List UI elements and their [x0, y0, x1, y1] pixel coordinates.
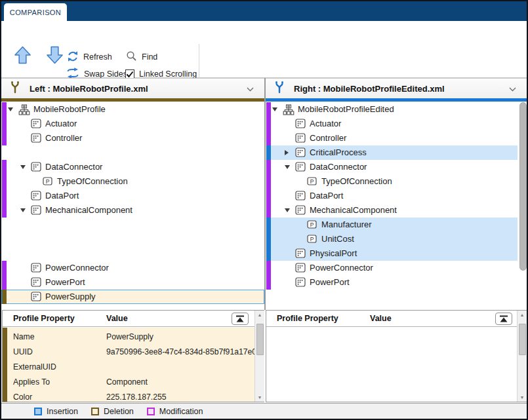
tree-item-mobilerobotprofile[interactable]: MobileRobotProfile	[1, 102, 264, 117]
tree-item-manufacturer[interactable]: PManufacturer	[266, 218, 527, 232]
tree-item-mechanicalcomponent[interactable]: MechanicalComponent	[266, 203, 527, 218]
tree-row-blank	[1, 232, 264, 246]
tree-item-label: PowerSupply	[45, 290, 96, 304]
tree-item-powerconnector[interactable]: PowerConnector	[1, 261, 264, 275]
modification-indicator-bar	[266, 102, 271, 117]
tree-item-powerconnector[interactable]: PowerConnector	[266, 261, 527, 275]
property-row-externaluid[interactable]: ExternalUID	[3, 360, 264, 375]
tree-item-label: PowerConnector	[310, 261, 373, 275]
profile-icon	[18, 104, 30, 118]
collapse-arrow-icon[interactable]	[20, 208, 26, 212]
deletion-swatch-icon	[91, 408, 99, 415]
tree-item-typeofconnection[interactable]: PTypeOfConnection	[1, 174, 264, 189]
collapse-table-button[interactable]	[495, 313, 512, 325]
property-icon: P	[307, 176, 317, 188]
stereotype-icon	[295, 119, 306, 131]
modification-indicator-bar	[2, 261, 7, 275]
tree-item-mechanicalcomponent[interactable]: MechanicalComponent	[1, 203, 264, 218]
table-body: NamePowerSupplyUUID9a750996-3ee8-47c4-83…	[3, 328, 264, 402]
collapse-arrow-icon[interactable]	[20, 165, 26, 169]
tree-item-criticalprocess[interactable]: CriticalProcess	[266, 145, 527, 160]
tree-item-mobilerobotprofileedited[interactable]: MobileRobotProfileEdited	[266, 102, 527, 117]
tree-item-typeofconnection[interactable]: PTypeOfConnection	[266, 174, 527, 189]
branch-icon-right	[273, 80, 286, 97]
modification-indicator-bar	[266, 160, 271, 174]
property-row-uuid[interactable]: UUID9a750996-3ee8-47c4-834d-85b7f91a17e0	[3, 345, 264, 360]
tree-item-dataconnector[interactable]: DataConnector	[266, 160, 527, 174]
refresh-button[interactable]: Refresh	[67, 50, 112, 64]
tree-item-powerport[interactable]: PowerPort	[1, 275, 264, 290]
table-header: Profile Property Value	[3, 311, 264, 327]
table-scrollbar[interactable]: ▲ ▼	[517, 311, 527, 402]
tree-item-dataconnector[interactable]: DataConnector	[1, 160, 264, 174]
stereotype-icon	[295, 162, 306, 174]
tree-item-label: PowerPort	[310, 275, 350, 290]
collapse-table-button[interactable]	[232, 313, 249, 325]
modification-indicator-bar	[266, 261, 271, 275]
down-arrow-icon	[46, 45, 64, 67]
modification-indicator-bar	[266, 189, 271, 203]
modification-indicator-bar	[266, 275, 271, 290]
search-icon	[126, 50, 137, 64]
tree-item-unitcost[interactable]: PUnitCost	[266, 232, 527, 246]
tree-item-label: PhysicalPort	[310, 246, 357, 261]
stereotype-icon	[295, 248, 306, 261]
tree-item-label: MechanicalComponent	[45, 203, 132, 218]
legend-bar: Insertion Deletion Modification	[1, 403, 527, 419]
scroll-down-icon[interactable]: ▼	[518, 395, 527, 400]
collapse-arrow-icon[interactable]	[272, 107, 277, 111]
tree-item-powersupply[interactable]: PowerSupply	[1, 290, 264, 304]
deletion-indicator-bar	[2, 290, 7, 304]
tree-item-actuator[interactable]: Actuator	[1, 117, 264, 131]
collapse-arrow-icon[interactable]	[285, 165, 290, 169]
left-file-selector[interactable]: Left : MobileRobotProfile.xml	[1, 78, 264, 98]
comparison-window: COMPARISON Previous Next	[0, 0, 528, 420]
table-scrollbar[interactable]: ▲ ▼	[254, 311, 264, 402]
tree-item-physicalport[interactable]: PhysicalPort	[266, 246, 527, 261]
expand-arrow-icon[interactable]	[285, 150, 289, 155]
scrollbar-thumb[interactable]	[519, 324, 526, 355]
svg-text:P: P	[310, 178, 314, 185]
stereotype-icon	[295, 263, 306, 275]
find-label: Find	[142, 52, 157, 62]
modification-indicator-bar	[2, 160, 7, 174]
modification-indicator-bar	[266, 131, 271, 145]
tree-item-controller[interactable]: Controller	[266, 131, 527, 145]
scroll-down-icon[interactable]: ▼	[255, 395, 264, 400]
scroll-up-icon[interactable]: ▲	[518, 313, 527, 317]
tree-row-blank	[1, 218, 264, 232]
stereotype-icon	[295, 133, 306, 145]
collapse-arrow-icon[interactable]	[285, 208, 290, 212]
tab-comparison[interactable]: COMPARISON	[4, 3, 67, 21]
linked-scrolling-label: Linked Scrolling	[139, 69, 197, 79]
collapse-table-icon	[500, 315, 508, 322]
right-property-table: Profile Property Value ▲ ▼	[266, 310, 527, 402]
tree-row-blank	[1, 246, 264, 261]
property-icon: P	[307, 234, 317, 246]
legend-deletion-label: Deletion	[104, 407, 134, 416]
tree-item-dataport[interactable]: DataPort	[1, 189, 264, 203]
scrollbar-thumb[interactable]	[256, 324, 264, 355]
legend-modification-label: Modification	[159, 407, 203, 416]
stereotype-icon	[31, 119, 41, 131]
modification-indicator-bar	[2, 174, 7, 189]
tree-item-dataport[interactable]: DataPort	[266, 189, 527, 203]
right-file-selector[interactable]: Right : MobileRobotProfileEdited.xml	[266, 78, 527, 98]
modification-indicator-bar	[266, 117, 271, 131]
chevron-down-icon	[509, 83, 516, 94]
property-row-name[interactable]: NamePowerSupply	[3, 330, 264, 345]
tree-item-controller[interactable]: Controller	[1, 131, 264, 145]
profile-icon	[283, 104, 294, 118]
insertion-indicator-bar	[266, 232, 271, 246]
property-row-color[interactable]: Color225.178.187.255	[3, 390, 264, 402]
find-button[interactable]: Find	[126, 50, 157, 64]
scroll-up-icon[interactable]: ▲	[255, 313, 264, 317]
collapse-arrow-icon[interactable]	[8, 107, 13, 111]
tree-scrollbar-thumb[interactable]	[519, 102, 527, 271]
tree-item-label: MobileRobotProfile	[33, 102, 106, 117]
property-row-applies-to[interactable]: Applies ToComponent	[3, 375, 264, 390]
svg-text:P: P	[310, 236, 314, 242]
tree-item-powerport[interactable]: PowerPort	[266, 275, 527, 290]
property-name: UUID	[13, 345, 33, 360]
tree-item-actuator[interactable]: Actuator	[266, 117, 527, 131]
